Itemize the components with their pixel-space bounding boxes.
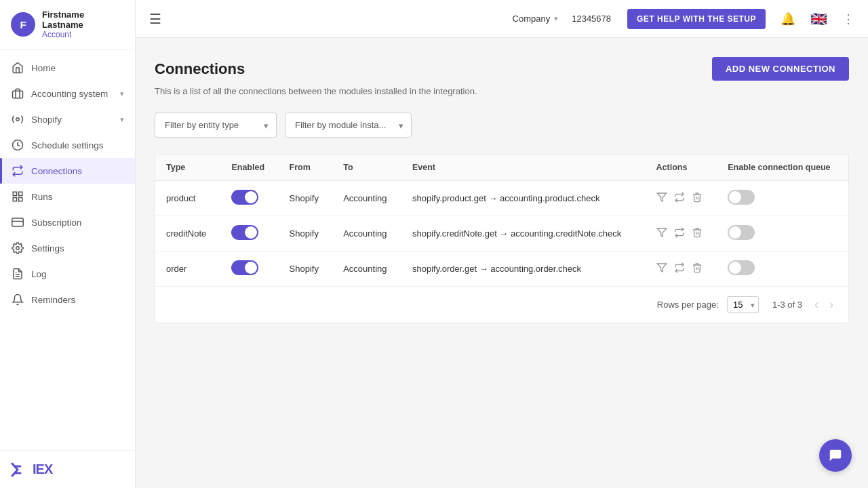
enabled-toggle-3[interactable] xyxy=(231,260,258,275)
svg-rect-4 xyxy=(19,192,22,195)
enabled-toggle-2[interactable] xyxy=(231,225,258,240)
clock-icon xyxy=(11,138,24,152)
language-flag[interactable]: 🇬🇧 xyxy=(810,11,827,27)
queue-toggle-3[interactable] xyxy=(728,260,755,275)
sidebar-header: F Firstname Lastname Account xyxy=(0,0,135,49)
sidebar-item-log[interactable]: Log xyxy=(0,261,135,287)
connections-table-container: Type Enabled From To Event Actions Enabl… xyxy=(155,154,849,323)
sidebar-item-settings[interactable]: Settings xyxy=(0,235,135,261)
row-enabled xyxy=(220,216,278,251)
add-connection-button[interactable]: ADD NEW CONNECTION xyxy=(712,57,849,81)
row-from: Shopify xyxy=(279,216,333,251)
hamburger-icon[interactable]: ☰ xyxy=(149,11,161,27)
filter-action-icon-3[interactable] xyxy=(656,262,667,276)
queue-toggle[interactable] xyxy=(728,190,755,205)
page-header: Connections ADD NEW CONNECTION xyxy=(155,57,849,81)
pagination: Rows per page: 15 25 50 1-3 of 3 ‹ › xyxy=(155,286,848,323)
sidebar-item-accounting-label: Accounting system xyxy=(31,89,113,99)
company-label: Company xyxy=(513,14,551,24)
row-type: product xyxy=(155,181,220,216)
settings-icon xyxy=(11,241,24,255)
delete-action-icon-3[interactable] xyxy=(692,262,703,276)
sidebar-item-home-label: Home xyxy=(31,63,124,73)
chevron-down-icon-2: ▾ xyxy=(120,115,124,124)
building-icon xyxy=(11,87,24,100)
sidebar-item-runs[interactable]: Runs xyxy=(0,184,135,209)
row-event: shopify.creditNote.get → accounting.cred… xyxy=(401,216,646,251)
delete-action-icon[interactable] xyxy=(692,192,703,205)
home-icon xyxy=(11,61,24,75)
table-row: order Shopify Accounting shopify.order.g… xyxy=(155,251,848,287)
sync-action-icon-2[interactable] xyxy=(674,227,685,241)
company-id: 12345678 xyxy=(572,14,611,24)
row-to: Accounting xyxy=(332,181,401,216)
filter-action-icon[interactable] xyxy=(656,192,667,205)
delete-action-icon-2[interactable] xyxy=(692,227,703,241)
filter-action-icon-2[interactable] xyxy=(656,227,667,241)
sidebar-item-reminders-label: Reminders xyxy=(31,295,124,305)
company-selector[interactable]: Company ▾ xyxy=(513,14,559,24)
chat-bubble[interactable] xyxy=(819,439,852,472)
main-content: ☰ Company ▾ 12345678 GET HELP WITH THE S… xyxy=(136,0,868,488)
chevron-down-icon: ▾ xyxy=(120,89,124,98)
topbar: ☰ Company ▾ 12345678 GET HELP WITH THE S… xyxy=(136,0,868,38)
sidebar-item-shopify[interactable]: Shopify ▾ xyxy=(0,106,135,132)
sidebar-item-home[interactable]: Home xyxy=(0,55,135,81)
notification-icon[interactable]: 🔔 xyxy=(781,12,795,26)
sidebar: F Firstname Lastname Account Home Accoun… xyxy=(0,0,136,488)
queue-toggle-2[interactable] xyxy=(728,225,755,240)
module-filter-wrapper: Filter by module insta... xyxy=(285,113,412,138)
row-actions xyxy=(646,216,717,251)
module-filter[interactable]: Filter by module insta... xyxy=(285,113,412,138)
entity-type-filter[interactable]: Filter by entity type xyxy=(155,113,277,138)
svg-rect-3 xyxy=(13,192,16,195)
filters: Filter by entity type Filter by module i… xyxy=(155,113,849,138)
row-enabled xyxy=(220,181,278,216)
svg-point-9 xyxy=(16,247,20,250)
user-info: Firstname Lastname Account xyxy=(42,9,124,39)
row-queue xyxy=(717,216,848,251)
rows-select-wrapper: 15 25 50 xyxy=(727,296,759,313)
table-row: creditNote Shopify Accounting shopify.cr… xyxy=(155,216,848,251)
col-enabled: Enabled xyxy=(220,155,278,181)
row-actions xyxy=(646,181,717,216)
sidebar-item-shopify-label: Shopify xyxy=(31,115,113,125)
svg-rect-7 xyxy=(12,218,24,226)
table-body: product Shopify Accounting shopify.produ… xyxy=(155,181,848,287)
sidebar-item-subscription[interactable]: Subscription xyxy=(0,209,135,235)
sidebar-item-schedule[interactable]: Schedule settings xyxy=(0,132,135,158)
avatar: F xyxy=(11,12,35,37)
enabled-toggle[interactable] xyxy=(231,190,258,205)
sidebar-item-reminders[interactable]: Reminders xyxy=(0,287,135,312)
more-options-icon[interactable]: ⋮ xyxy=(842,12,854,26)
company-chevron-icon: ▾ xyxy=(554,14,558,23)
sidebar-item-accounting[interactable]: Accounting system ▾ xyxy=(0,81,135,106)
sidebar-item-settings-label: Settings xyxy=(31,243,124,253)
row-queue xyxy=(717,181,848,216)
action-icons xyxy=(656,192,707,205)
row-from: Shopify xyxy=(279,181,333,216)
svg-marker-14 xyxy=(657,264,666,272)
sidebar-nav: Home Accounting system ▾ Shopify ▾ Sched… xyxy=(0,49,135,450)
sync-action-icon-3[interactable] xyxy=(674,262,685,276)
action-icons-3 xyxy=(656,262,707,276)
svg-marker-13 xyxy=(657,228,666,237)
col-event: Event xyxy=(401,155,646,181)
sync-action-icon[interactable] xyxy=(674,192,685,205)
page-description: This is a list of all the connections be… xyxy=(155,86,849,96)
row-event: shopify.order.get → accounting.order.che… xyxy=(401,251,646,287)
sidebar-item-connections[interactable]: Connections xyxy=(0,158,135,184)
col-to: To xyxy=(332,155,401,181)
svg-point-1 xyxy=(16,118,20,121)
sidebar-item-connections-label: Connections xyxy=(31,166,124,176)
col-type: Type xyxy=(155,155,220,181)
rows-per-page-select[interactable]: 15 25 50 xyxy=(727,296,759,313)
next-page-button[interactable]: › xyxy=(825,296,837,313)
svg-rect-6 xyxy=(19,198,22,201)
bell-icon xyxy=(11,293,24,306)
prev-page-button[interactable]: ‹ xyxy=(810,296,823,313)
logo: IEX xyxy=(11,462,124,477)
svg-rect-5 xyxy=(13,198,16,201)
entity-type-filter-wrapper: Filter by entity type xyxy=(155,113,277,138)
help-button[interactable]: GET HELP WITH THE SETUP xyxy=(627,9,766,29)
